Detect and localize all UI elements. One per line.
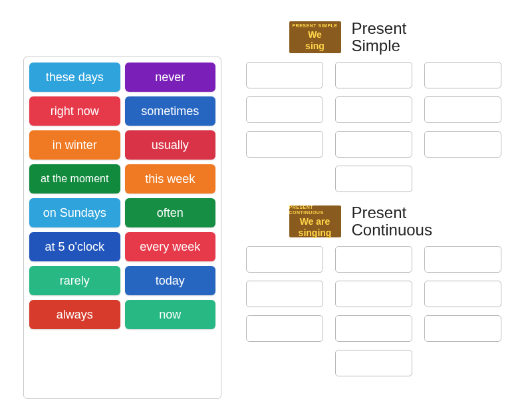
word-tile[interactable]: right now bbox=[29, 96, 120, 126]
word-tile[interactable]: today bbox=[125, 266, 216, 295]
activity-container: these daysneverright nowsometimesin wint… bbox=[0, 0, 532, 399]
drop-slot[interactable] bbox=[246, 131, 323, 158]
word-tile[interactable]: every week bbox=[125, 232, 216, 261]
badge-subtitle: PRESENT SIMPLE bbox=[292, 23, 337, 29]
drop-slot[interactable] bbox=[335, 315, 412, 342]
word-tile[interactable]: now bbox=[125, 300, 216, 329]
word-tile[interactable]: in winter bbox=[29, 130, 120, 160]
word-tile[interactable]: these days bbox=[29, 63, 120, 92]
continuous-drop-slots-last bbox=[235, 350, 512, 376]
drop-slot[interactable] bbox=[424, 246, 501, 273]
drop-slot[interactable] bbox=[246, 315, 323, 342]
badge-subtitle: PRESENT CONTINUOUS bbox=[289, 205, 341, 215]
section-header: PRESENT CONTINUOUS We are singing Presen… bbox=[235, 204, 512, 239]
word-tile[interactable]: at 5 o'clock bbox=[29, 232, 120, 261]
simple-drop-slots-last bbox=[235, 166, 512, 192]
continuous-drop-slots bbox=[235, 246, 512, 342]
section-header: PRESENT SIMPLE We sing Present Simple bbox=[235, 20, 512, 55]
drop-slot[interactable] bbox=[424, 131, 501, 158]
word-tile[interactable]: this week bbox=[125, 164, 216, 194]
drop-slot[interactable] bbox=[246, 62, 323, 88]
drop-slot[interactable] bbox=[335, 131, 412, 158]
drop-slot[interactable] bbox=[424, 62, 501, 88]
drop-slot[interactable] bbox=[335, 62, 412, 88]
drop-slot[interactable] bbox=[424, 96, 501, 123]
word-tile[interactable]: rarely bbox=[29, 266, 120, 295]
drop-slot[interactable] bbox=[246, 246, 323, 273]
drop-slot[interactable] bbox=[335, 281, 412, 307]
drop-slot[interactable] bbox=[335, 350, 412, 376]
drop-slot[interactable] bbox=[246, 96, 323, 123]
word-tile[interactable]: often bbox=[125, 198, 216, 227]
drop-slot[interactable] bbox=[335, 166, 412, 192]
drop-slot[interactable] bbox=[335, 96, 412, 123]
simple-drop-slots bbox=[235, 62, 512, 158]
drop-slot[interactable] bbox=[246, 281, 323, 307]
drop-slot[interactable] bbox=[335, 246, 412, 273]
word-tile[interactable]: on Sundays bbox=[29, 198, 120, 227]
words-grid: these daysneverright nowsometimesin wint… bbox=[29, 63, 215, 329]
section-title: Present Continuous bbox=[352, 204, 458, 239]
words-panel: these daysneverright nowsometimesin wint… bbox=[23, 57, 221, 399]
word-tile[interactable]: sometimes bbox=[125, 96, 216, 126]
section-present-simple: PRESENT SIMPLE We sing Present Simple bbox=[235, 20, 512, 192]
section-present-continuous: PRESENT CONTINUOUS We are singing Presen… bbox=[235, 204, 512, 376]
target-area: PRESENT SIMPLE We sing Present Simple PR… bbox=[221, 0, 532, 399]
word-tile[interactable]: usually bbox=[125, 130, 216, 160]
word-tile[interactable]: always bbox=[29, 300, 120, 329]
badge-present-simple: PRESENT SIMPLE We sing bbox=[289, 21, 341, 53]
word-tile[interactable]: at the moment bbox=[29, 164, 120, 194]
badge-present-continuous: PRESENT CONTINUOUS We are singing bbox=[289, 205, 341, 237]
drop-slot[interactable] bbox=[424, 281, 501, 307]
drop-slot[interactable] bbox=[424, 315, 501, 342]
word-tile[interactable]: never bbox=[125, 63, 216, 92]
section-title: Present Simple bbox=[352, 20, 458, 55]
